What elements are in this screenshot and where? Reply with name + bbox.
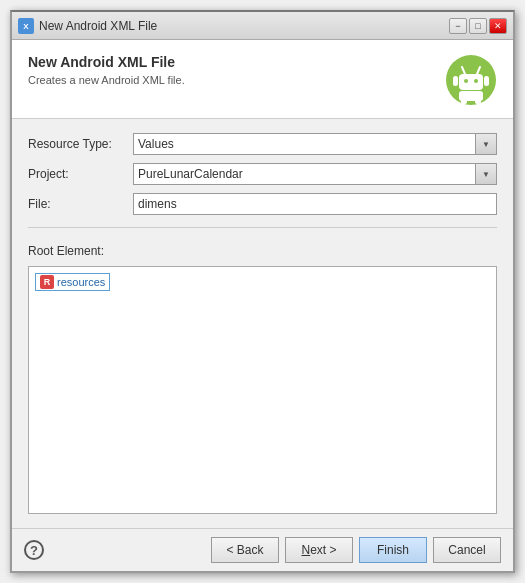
file-input[interactable] bbox=[133, 193, 497, 215]
maximize-button[interactable]: □ bbox=[469, 18, 487, 34]
root-item-name: resources bbox=[57, 276, 105, 288]
file-label: File: bbox=[28, 197, 133, 211]
svg-point-5 bbox=[474, 79, 478, 83]
svg-rect-9 bbox=[461, 98, 467, 104]
dialog-icon: X bbox=[18, 18, 34, 34]
root-element-label: Root Element: bbox=[28, 244, 497, 258]
next-button[interactable]: Next > bbox=[285, 537, 353, 563]
resource-type-dropdown-wrap: Values Layout Menu Drawable ▼ bbox=[133, 133, 497, 155]
resource-type-label: Resource Type: bbox=[28, 137, 133, 151]
android-logo bbox=[445, 54, 497, 106]
root-item-r-icon: R bbox=[40, 275, 54, 289]
root-element-box: R resources bbox=[28, 266, 497, 514]
dialog-footer: ? < Back Next > Finish Cancel bbox=[12, 528, 513, 571]
title-bar-left: X New Android XML File bbox=[18, 18, 157, 34]
footer-right: < Back Next > Finish Cancel bbox=[211, 537, 501, 563]
file-row: File: bbox=[28, 193, 497, 215]
svg-rect-10 bbox=[475, 98, 481, 104]
divider-1 bbox=[28, 227, 497, 228]
dialog-header: New Android XML File Creates a new Andro… bbox=[12, 40, 513, 119]
project-dropdown[interactable]: PureLunarCalendar bbox=[133, 163, 497, 185]
project-control: PureLunarCalendar ▼ bbox=[133, 163, 497, 185]
cancel-button[interactable]: Cancel bbox=[433, 537, 501, 563]
dialog-title: New Android XML File bbox=[28, 54, 185, 70]
dialog-window: X New Android XML File − □ ✕ New Android… bbox=[10, 10, 515, 573]
help-button[interactable]: ? bbox=[24, 540, 44, 560]
svg-point-4 bbox=[464, 79, 468, 83]
svg-rect-11 bbox=[453, 76, 458, 86]
project-dropdown-wrap: PureLunarCalendar ▼ bbox=[133, 163, 497, 185]
file-control bbox=[133, 193, 497, 215]
title-bar-text: New Android XML File bbox=[39, 19, 157, 33]
finish-label: Finish bbox=[377, 543, 409, 557]
title-bar: X New Android XML File − □ ✕ bbox=[12, 12, 513, 40]
window-controls: − □ ✕ bbox=[449, 18, 507, 34]
svg-rect-3 bbox=[459, 74, 483, 90]
minimize-button[interactable]: − bbox=[449, 18, 467, 34]
svg-rect-12 bbox=[484, 76, 489, 86]
svg-text:X: X bbox=[23, 22, 29, 31]
root-item-resources[interactable]: R resources bbox=[35, 273, 110, 291]
dialog-subtitle: Creates a new Android XML file. bbox=[28, 74, 185, 86]
footer-left: ? bbox=[24, 540, 44, 560]
back-button[interactable]: < Back bbox=[211, 537, 279, 563]
close-button[interactable]: ✕ bbox=[489, 18, 507, 34]
dialog-body: Resource Type: Values Layout Menu Drawab… bbox=[12, 119, 513, 528]
resource-type-dropdown[interactable]: Values Layout Menu Drawable bbox=[133, 133, 497, 155]
help-icon-text: ? bbox=[30, 543, 38, 558]
project-label: Project: bbox=[28, 167, 133, 181]
back-label: < Back bbox=[226, 543, 263, 557]
project-row: Project: PureLunarCalendar ▼ bbox=[28, 163, 497, 185]
resource-type-control: Values Layout Menu Drawable ▼ bbox=[133, 133, 497, 155]
finish-button[interactable]: Finish bbox=[359, 537, 427, 563]
resource-type-row: Resource Type: Values Layout Menu Drawab… bbox=[28, 133, 497, 155]
header-text-area: New Android XML File Creates a new Andro… bbox=[28, 54, 185, 86]
cancel-label: Cancel bbox=[448, 543, 485, 557]
next-label: Next > bbox=[301, 543, 336, 557]
